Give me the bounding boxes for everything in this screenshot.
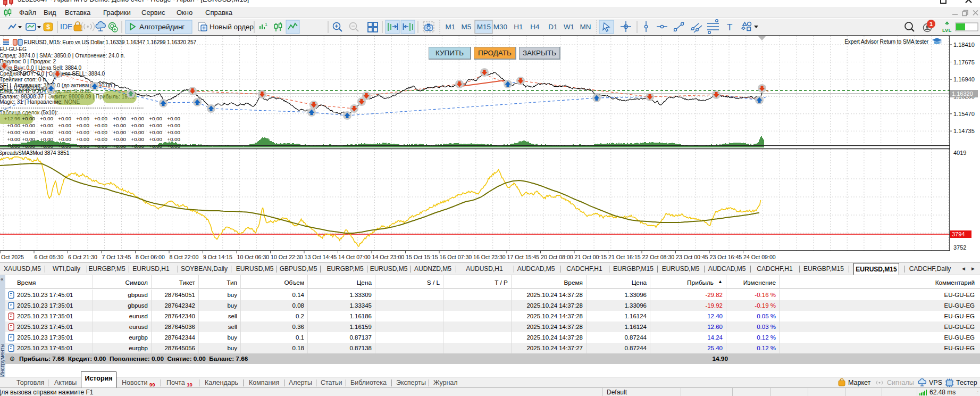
svg-text:Покупок: 0 | Продаж: 2: Покупок: 0 | Продаж: 2 <box>0 59 56 64</box>
svg-text:+0.00: +0.00 <box>149 136 162 142</box>
svg-text:1.16940: 1.16940 <box>953 76 975 82</box>
svg-text:+0.00: +0.00 <box>58 116 71 121</box>
svg-text:M15: M15 <box>477 23 491 31</box>
svg-text:Спред: 3874.0 | SMA: 3850.0 |: Спред: 3874.0 | SMA: 3850.0 | Отклонение… <box>0 53 125 59</box>
svg-text:Новый ордер: Новый ордер <box>210 23 254 31</box>
svg-text:1: 1 <box>265 22 267 27</box>
svg-text:+0.00: +0.00 <box>113 122 126 128</box>
svg-text:+0.00: +0.00 <box>149 143 162 149</box>
svg-text:1.16320: 1.16320 <box>952 90 973 97</box>
svg-text:21 Oct 16:15: 21 Oct 16:15 <box>608 254 641 260</box>
svg-text:8 Oct 06:00: 8 Oct 06:00 <box>136 254 165 260</box>
svg-text:+0.00: +0.00 <box>167 122 180 128</box>
svg-text:14 Oct 23:00: 14 Oct 23:00 <box>372 254 405 260</box>
svg-text:23 Oct 16:45: 23 Oct 16:45 <box>710 254 742 260</box>
svg-text:H1: H1 <box>514 23 523 31</box>
svg-text:+0.00: +0.00 <box>76 136 89 142</box>
svg-text:+0.00: +0.00 <box>167 129 180 135</box>
svg-text:22 Oct 08:30: 22 Oct 08:30 <box>642 254 675 260</box>
svg-text:+0.00: +0.00 <box>149 116 162 121</box>
svg-text:+0.00: +0.00 <box>76 129 89 135</box>
svg-text:+0.00: +0.00 <box>76 143 89 149</box>
svg-text:17 Oct 15:45: 17 Oct 15:45 <box>507 254 540 260</box>
svg-text:W1: W1 <box>564 23 574 31</box>
svg-text:9 Oct 14:15: 9 Oct 14:15 <box>203 254 232 260</box>
svg-text:Средняя BUY: 0.0 | Средняя SEL: Средняя BUY: 0.0 | Средняя SELL: 3884.0 <box>0 71 105 77</box>
svg-text:+0.00: +0.00 <box>113 143 126 149</box>
svg-text:10 Oct 06:30: 10 Oct 06:30 <box>237 254 270 260</box>
svg-text:+0.00: +0.00 <box>94 116 107 121</box>
svg-text:20 Oct 08:00: 20 Oct 08:00 <box>541 254 573 260</box>
svg-text:13 Oct 14:45: 13 Oct 14:45 <box>305 254 337 260</box>
svg-text:1.14735: 1.14735 <box>953 128 975 134</box>
svg-text:M1: M1 <box>446 23 456 31</box>
svg-text:+0.00: +0.00 <box>94 129 107 135</box>
svg-text:+0.00: +0.00 <box>131 143 144 149</box>
svg-text:LVL: LVL <box>942 27 951 33</box>
svg-text:1.17675: 1.17675 <box>953 59 975 65</box>
svg-text:SpreadsSMA3Mod 3874 3851: SpreadsSMA3Mod 3874 3851 <box>0 150 70 156</box>
svg-text:+0.00: +0.00 <box>76 122 89 128</box>
svg-text:+0.00: +0.00 <box>58 136 71 142</box>
svg-text:Алготрейдинг: Алготрейдинг <box>139 23 185 31</box>
svg-text:H4: H4 <box>530 23 540 31</box>
svg-text:+0.00: +0.00 <box>7 143 20 149</box>
svg-text:24 Oct 09:00: 24 Oct 09:00 <box>743 254 776 260</box>
svg-text:+0.00: +0.00 <box>7 122 20 128</box>
svg-text:4019: 4019 <box>953 150 966 156</box>
svg-text:+0.00: +0.00 <box>58 143 71 149</box>
svg-text:M5: M5 <box>462 23 472 31</box>
svg-text:Oct 2025: Oct 2025 <box>1 254 24 260</box>
svg-text:+0.00: +0.00 <box>131 116 144 121</box>
svg-text:$: $ <box>46 23 50 31</box>
svg-text:+0.00: +0.00 <box>94 143 107 149</box>
svg-text:6 Oct 21:30: 6 Oct 21:30 <box>68 254 97 260</box>
svg-text:+0.00: +0.00 <box>76 116 89 121</box>
svg-text:+0.00: +0.00 <box>131 122 144 128</box>
svg-text:+0.00: +0.00 <box>167 136 180 142</box>
svg-text:D1: D1 <box>548 23 557 31</box>
svg-text:15 Oct 15:15: 15 Oct 15:15 <box>406 254 438 260</box>
svg-text:EURUSD, M15: Euro vs US Dolla: EURUSD, M15: Euro vs US Dollar 1.16339 1… <box>24 39 196 45</box>
svg-text:T: T <box>727 22 732 32</box>
svg-text:+0.00: +0.00 <box>7 129 20 135</box>
svg-text:IDE: IDE <box>60 22 72 31</box>
svg-text:+0.00: +0.00 <box>167 143 180 149</box>
svg-text:+0.00: +0.00 <box>7 136 20 142</box>
svg-text:16 Oct 23:30: 16 Oct 23:30 <box>473 254 506 260</box>
svg-text:Цена Buy: 0.0 | Цена Sell: 388: Цена Buy: 0.0 | Цена Sell: 3884.0 <box>0 65 81 71</box>
svg-text:+0.00: +0.00 <box>40 136 53 142</box>
svg-text:M30: M30 <box>493 23 507 31</box>
svg-text:Таблица сделок (5x10):: Таблица сделок (5x10): <box>0 110 58 116</box>
svg-text:+0.00: +0.00 <box>167 116 180 121</box>
svg-text:+0.00: +0.00 <box>40 129 53 135</box>
svg-text:+0.00: +0.00 <box>113 136 126 142</box>
svg-text:7 Oct 13:45: 7 Oct 13:45 <box>102 254 131 260</box>
svg-text:+0.00: +0.00 <box>131 136 144 142</box>
svg-text:+0.00: +0.00 <box>131 129 144 135</box>
svg-text:1: 1 <box>929 21 933 27</box>
svg-text:+0.00: +0.00 <box>113 129 126 135</box>
svg-text:21 Oct 00:15: 21 Oct 00:15 <box>575 254 607 260</box>
svg-text:10 Oct 22:30: 10 Oct 22:30 <box>271 254 303 260</box>
svg-text:+0.00: +0.00 <box>58 129 71 135</box>
svg-text:1.15470: 1.15470 <box>953 111 975 117</box>
svg-text:Expert Advisor Return to SMA t: Expert Advisor Return to SMA tester <box>844 39 929 45</box>
svg-text:+0.00: +0.00 <box>58 122 71 128</box>
svg-text:Magic: 31 | Направление: NONE: Magic: 31 | Направление: NONE <box>0 99 80 105</box>
svg-text:+0.00: +0.00 <box>22 116 35 121</box>
svg-text:EU-GU-EG: EU-GU-EG <box>0 46 27 52</box>
svg-text:3752: 3752 <box>953 244 966 251</box>
svg-text:+0.00: +0.00 <box>22 129 35 135</box>
svg-text:+0.00: +0.00 <box>149 122 162 128</box>
svg-text:+0.00: +0.00 <box>40 116 53 121</box>
svg-text:16 Oct 07:30: 16 Oct 07:30 <box>440 254 472 260</box>
svg-text:6 Oct 05:30: 6 Oct 05:30 <box>35 254 64 260</box>
svg-text:+0.00: +0.00 <box>22 122 35 128</box>
svg-text:8 Oct 22:00: 8 Oct 22:00 <box>170 254 199 260</box>
svg-text:23 Oct 00:45: 23 Oct 00:45 <box>676 254 708 260</box>
svg-text:+0.00: +0.00 <box>40 122 53 128</box>
svg-text:+0.00: +0.00 <box>22 143 35 149</box>
svg-text:+0.00: +0.00 <box>94 136 107 142</box>
svg-text:1.18410: 1.18410 <box>953 42 975 48</box>
